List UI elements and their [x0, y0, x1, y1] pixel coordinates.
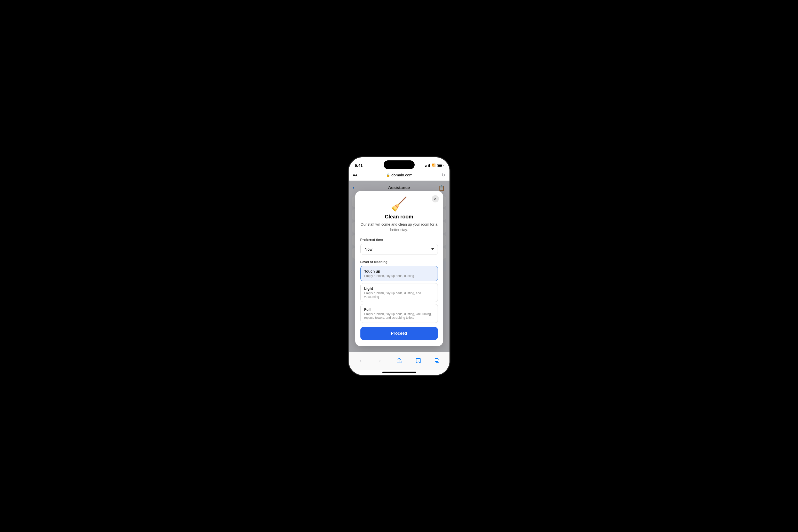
cleaning-option-full[interactable]: Full Empty rubbish, tidy up beds, dustin… — [360, 304, 438, 323]
clean-room-icon: 🧹 — [360, 197, 438, 211]
home-indicator — [349, 370, 450, 375]
modal-description: Our staff will come and clean up your ro… — [360, 222, 438, 233]
browser-url-bar[interactable]: 🔒 domain.com — [359, 173, 439, 177]
cleaning-option-full-desc: Empty rubbish, tidy up beds, dusting, va… — [364, 312, 434, 320]
browser-toolbar: ‹ › — [349, 352, 450, 370]
cleaning-option-light-desc: Empty rubbish, tidy up beds, dusting, an… — [364, 291, 434, 299]
wifi-icon: 📶 — [431, 164, 436, 167]
svg-rect-1 — [435, 358, 438, 362]
clean-room-modal: ✕ 🧹 Clean room Our staff will come and c… — [355, 191, 443, 346]
cleaning-option-full-title: Full — [364, 307, 434, 311]
browser-bookmarks-button[interactable] — [413, 355, 424, 366]
cleaning-level-label: Level of cleaning — [360, 260, 438, 264]
status-time: 9:41 — [355, 163, 363, 168]
battery-icon — [437, 164, 443, 167]
browser-back-button[interactable]: ‹ — [355, 355, 367, 366]
cleaning-option-light[interactable]: Light Empty rubbish, tidy up beds, dusti… — [360, 283, 438, 302]
browser-aa-button[interactable]: AA — [353, 173, 358, 177]
cleaning-option-touch-up[interactable]: Touch up Empty rubbish, tidy up beds, du… — [360, 266, 438, 281]
browser-tabs-button[interactable] — [432, 355, 443, 366]
phone-frame: 9:41 📶 AA 🔒 domain.com ↻ — [349, 157, 450, 375]
browser-bar: AA 🔒 domain.com ↻ — [349, 170, 450, 181]
preferred-time-select[interactable]: Now In 30 mins In 1 hour Later today — [360, 244, 438, 255]
cleaning-option-light-title: Light — [364, 286, 434, 291]
home-bar — [382, 372, 416, 373]
browser-refresh-button[interactable]: ↻ — [441, 172, 445, 178]
cleaning-option-touch-up-desc: Empty rubbish, tidy up beds, dusting — [364, 274, 434, 278]
phone-screen: 9:41 📶 AA 🔒 domain.com ↻ — [349, 157, 450, 375]
status-right: 📶 — [425, 164, 443, 167]
modal-close-button[interactable]: ✕ — [432, 195, 439, 203]
page-background: ‹ Assistance 📋 Re... Quic... Wa... To...… — [349, 181, 450, 352]
proceed-button[interactable]: Proceed — [360, 327, 438, 340]
preferred-time-select-wrapper[interactable]: Now In 30 mins In 1 hour Later today — [360, 244, 438, 255]
browser-url-text: domain.com — [392, 173, 413, 177]
browser-forward-button[interactable]: › — [374, 355, 386, 366]
signal-icon — [425, 164, 430, 167]
browser-share-button[interactable] — [394, 355, 405, 366]
lock-icon: 🔒 — [386, 173, 390, 177]
dynamic-island — [384, 160, 415, 169]
modal-title: Clean room — [360, 214, 438, 220]
modal-overlay: ✕ 🧹 Clean room Our staff will come and c… — [349, 181, 450, 352]
cleaning-option-touch-up-title: Touch up — [364, 269, 434, 273]
preferred-time-label: Preferred time — [360, 238, 438, 242]
